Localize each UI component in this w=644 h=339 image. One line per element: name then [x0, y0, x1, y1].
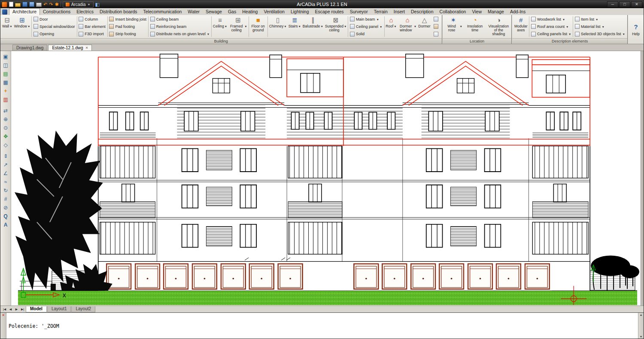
f3d-import-button[interactable]: F3D import	[78, 30, 106, 37]
dormer-button[interactable]: △ Dormer	[417, 15, 431, 38]
scroll-down-icon[interactable]: ▼	[640, 335, 643, 338]
save-icon[interactable]	[22, 2, 27, 7]
ribbon-home-icon[interactable]	[2, 9, 7, 15]
special-window-door-button[interactable]: Special window/door	[33, 23, 76, 30]
balustrade-button[interactable]: ∥ Balustrade▼	[302, 15, 324, 38]
query-icon[interactable]: Q	[1, 212, 10, 220]
drawing-canvas[interactable]: X	[11, 51, 641, 306]
polyline-icon[interactable]: ≈	[1, 178, 10, 186]
close-button[interactable]: ✕	[631, 1, 642, 7]
doc-tab-estate[interactable]: Estate-12.1.dwg✕	[48, 45, 92, 51]
arcadia-menu-button[interactable]: Arcadia ▼	[63, 1, 94, 8]
palette-icon[interactable]: ◧	[95, 2, 100, 7]
tab-constructions[interactable]: Constructions	[40, 9, 73, 15]
dormer-window-button[interactable]: ⌂ Dormer window▼	[398, 15, 418, 38]
framed-ceiling-button[interactable]: ⊞ Framed ceiling▼	[228, 15, 248, 38]
tab-water[interactable]: Water	[185, 9, 203, 15]
floor-on-ground-button[interactable]: ■ Floor on ground	[249, 15, 267, 38]
tab-heating[interactable]: Heating	[239, 9, 261, 15]
tab-architecture[interactable]: Architecture	[9, 8, 40, 15]
print-icon[interactable]	[36, 3, 42, 7]
new-document-icon[interactable]	[9, 2, 13, 7]
pad-footing-button[interactable]: Pad footing	[108, 23, 147, 30]
tab-escape-routes[interactable]: Escape routes	[312, 9, 347, 15]
main-beam-button[interactable]: Main beam▼	[349, 16, 383, 23]
ceiling-panels-list-button[interactable]: Ceiling panels list▼	[530, 30, 572, 37]
help-button[interactable]: ? Help	[628, 15, 644, 44]
ceiling-panel-button[interactable]: Ceiling panel▼	[349, 23, 383, 30]
reinforcing-beam-button[interactable]: Reinforcing beam	[149, 23, 211, 30]
tab-gas[interactable]: Gas	[225, 9, 239, 15]
zoom-in-icon[interactable]: ⊕	[1, 115, 10, 123]
roof-button[interactable]: ⌂ Roof▼	[385, 15, 397, 38]
move-icon[interactable]: ↗	[1, 160, 10, 169]
tab-surveyor[interactable]: Surveyor	[347, 9, 371, 15]
solid-button[interactable]: Solid	[349, 30, 383, 37]
maximize-button[interactable]: □	[619, 1, 630, 7]
scroll-up-icon[interactable]: ▲	[640, 313, 643, 316]
tab-electrics[interactable]: Electrics	[73, 9, 97, 15]
pan-icon[interactable]: ✥	[1, 132, 10, 140]
swap-view-icon[interactable]: ⇄	[1, 106, 10, 115]
tab-model[interactable]: Model	[26, 306, 47, 312]
close-tab-icon[interactable]: ✕	[85, 46, 88, 50]
next-tab-icon[interactable]: ▶	[14, 307, 19, 312]
view-3d-icon[interactable]: ◇	[1, 141, 10, 149]
app-logo-icon[interactable]	[2, 2, 7, 7]
save-all-icon[interactable]	[29, 2, 34, 7]
window-button[interactable]: ⊞ Window▼	[13, 15, 31, 38]
ceiling-button[interactable]: ≡ Ceiling▼	[212, 15, 228, 38]
distribute-nets-button[interactable]: Distribute nets on given level▼	[149, 30, 211, 37]
material-list-button[interactable]: Material list▼	[574, 23, 626, 30]
redo-icon[interactable]: ↷	[49, 2, 53, 7]
previous-tab-icon[interactable]: ◀	[8, 307, 13, 312]
selection-icon[interactable]: ▥	[1, 95, 10, 103]
door-button[interactable]: Door	[33, 16, 76, 23]
add-element-icon[interactable]: +	[1, 87, 10, 95]
tab-view[interactable]: View	[469, 9, 485, 15]
grid-icon[interactable]: ▦	[1, 78, 10, 86]
wall-button[interactable]: ⊟ Wall▼	[1, 15, 13, 38]
last-tab-icon[interactable]: ▶|	[20, 307, 25, 312]
stairs-button[interactable]: ≣ Stairs▼	[288, 15, 302, 38]
selected-3d-objects-list-button[interactable]: Selected 3D objects list▼	[574, 30, 626, 37]
format-painter-button[interactable]	[432, 31, 440, 37]
copy-view-button[interactable]	[432, 16, 440, 22]
visualization-shading-button[interactable]: ◑ Visualization of the shading	[486, 15, 510, 38]
woodwork-list-button[interactable]: Woodwork list▼	[530, 16, 572, 23]
tab-manage[interactable]: Manage	[485, 9, 507, 15]
command-history[interactable]: Polecenie: '_ZOOM Zoom: In/Out/All/Cente…	[6, 313, 638, 339]
suspended-ceiling-button[interactable]: ⊠ Suspended ceiling▼	[324, 15, 347, 38]
tab-layout2[interactable]: Layout2	[71, 306, 95, 312]
strip-footing-button[interactable]: Strip footing	[108, 30, 147, 37]
modular-axes-button[interactable]: # Modular axes	[513, 15, 529, 38]
rotate-icon[interactable]: ↻	[1, 186, 10, 194]
paste-style-button[interactable]	[432, 23, 440, 30]
angle-icon[interactable]: ∠	[1, 169, 10, 177]
opening-button[interactable]: Opening	[33, 30, 76, 37]
insolation-time-button[interactable]: ◔ Insolation time	[463, 15, 487, 38]
doc-tab-drawing1[interactable]: Drawing1.dwg	[12, 45, 47, 51]
tab-add-ins[interactable]: Add-Ins	[507, 9, 529, 15]
tab-description[interactable]: Description	[408, 9, 437, 15]
vertical-move-icon[interactable]: ⇕	[1, 152, 10, 160]
bar-element-button[interactable]: Bar element	[78, 23, 106, 30]
column-button[interactable]: Column	[78, 16, 106, 23]
trim-icon[interactable]: ⊘	[1, 203, 10, 212]
undo-icon[interactable]: ↶	[43, 2, 47, 7]
tab-ventilation[interactable]: Ventilation	[261, 9, 287, 15]
properties-panel-icon[interactable]: ◫	[1, 61, 10, 69]
minimize-button[interactable]: ─	[607, 1, 618, 7]
settings-icon[interactable]: ✱	[55, 2, 58, 7]
tab-terrain[interactable]: Terrain	[371, 9, 391, 15]
wind-rose-button[interactable]: ✶ Wind rose▼	[444, 15, 463, 38]
chimney-button[interactable]: ▯ Chimney▼	[268, 15, 288, 38]
tab-lightning[interactable]: Lightning	[288, 9, 312, 15]
open-folder-icon[interactable]	[15, 3, 21, 7]
item-list-button[interactable]: Item list▼	[574, 16, 626, 23]
tab-collaboration[interactable]: Collaboration	[437, 9, 469, 15]
command-panel-close-button[interactable]: ✕	[0, 313, 6, 339]
ceiling-beam-button[interactable]: Ceiling beam	[149, 16, 211, 23]
insert-binding-joist-button[interactable]: Insert binding joist	[108, 16, 147, 23]
tab-telecommunication[interactable]: Telecommunication	[140, 9, 185, 15]
